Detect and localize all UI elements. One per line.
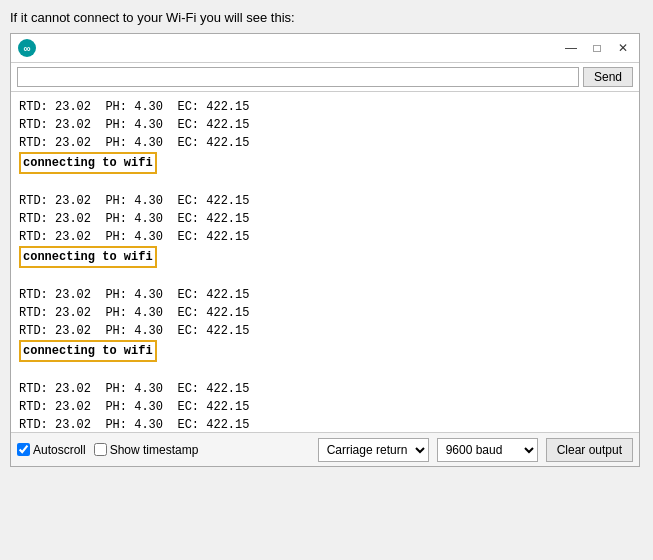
minimize-button[interactable]: — — [561, 38, 581, 58]
output-line: RTD: 23.02 PH: 4.30 EC: 422.15 — [19, 98, 631, 116]
wifi-status-line: connecting to wifi — [19, 340, 631, 362]
send-button[interactable]: Send — [583, 67, 633, 87]
output-line: RTD: 23.02 PH: 4.30 EC: 422.15 — [19, 304, 631, 322]
output-line: RTD: 23.02 PH: 4.30 EC: 422.15 — [19, 116, 631, 134]
status-bar: Autoscroll Show timestamp No line ending… — [11, 432, 639, 466]
arduino-serial-window: ∞ — □ ✕ Send RTD: 23.02 PH: 4.30 EC: 422… — [10, 33, 640, 467]
output-line: RTD: 23.02 PH: 4.30 EC: 422.15 — [19, 322, 631, 340]
timestamp-checkbox[interactable] — [94, 443, 107, 456]
svg-text:∞: ∞ — [23, 43, 30, 54]
output-line: RTD: 23.02 PH: 4.30 EC: 422.15 — [19, 228, 631, 246]
autoscroll-text: Autoscroll — [33, 443, 86, 457]
input-bar: Send — [11, 63, 639, 92]
output-line: RTD: 23.02 PH: 4.30 EC: 422.15 — [19, 192, 631, 210]
output-line: RTD: 23.02 PH: 4.30 EC: 422.15 — [19, 210, 631, 228]
baud-rate-select[interactable]: 300 baud1200 baud2400 baud4800 baud9600 … — [437, 438, 538, 462]
output-line: RTD: 23.02 PH: 4.30 EC: 422.15 — [19, 398, 631, 416]
timestamp-text: Show timestamp — [110, 443, 199, 457]
maximize-button[interactable]: □ — [587, 38, 607, 58]
output-line: RTD: 23.02 PH: 4.30 EC: 422.15 — [19, 380, 631, 398]
close-button[interactable]: ✕ — [613, 38, 633, 58]
serial-output: RTD: 23.02 PH: 4.30 EC: 422.15RTD: 23.02… — [11, 92, 639, 432]
output-line: RTD: 23.02 PH: 4.30 EC: 422.15 — [19, 286, 631, 304]
wifi-status-line: connecting to wifi — [19, 246, 631, 268]
line-ending-select[interactable]: No line endingNewlineCarriage returnBoth… — [318, 438, 429, 462]
title-bar: ∞ — □ ✕ — [11, 34, 639, 63]
wifi-status-line: connecting to wifi — [19, 152, 631, 174]
arduino-logo-icon: ∞ — [17, 38, 37, 58]
intro-text: If it cannot connect to your Wi-Fi you w… — [10, 10, 643, 25]
output-line: RTD: 23.02 PH: 4.30 EC: 422.15 — [19, 416, 631, 432]
output-line: RTD: 23.02 PH: 4.30 EC: 422.15 — [19, 134, 631, 152]
timestamp-label[interactable]: Show timestamp — [94, 443, 199, 457]
autoscroll-checkbox[interactable] — [17, 443, 30, 456]
serial-input[interactable] — [17, 67, 579, 87]
clear-output-button[interactable]: Clear output — [546, 438, 633, 462]
autoscroll-label[interactable]: Autoscroll — [17, 443, 86, 457]
